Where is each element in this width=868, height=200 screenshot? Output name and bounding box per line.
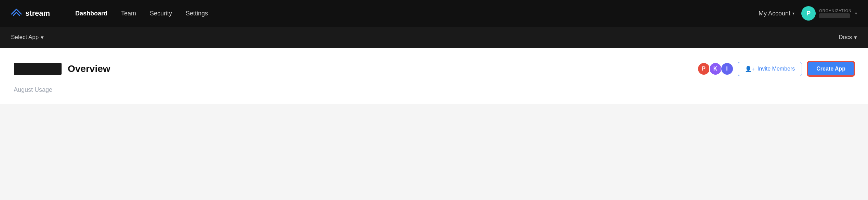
member-avatars: P K I [697,62,732,75]
org-info: ORGANIZATION [819,9,852,18]
invite-members-icon: 👤+ [745,66,755,72]
create-app-button[interactable]: Create App [807,62,854,76]
org-label: ORGANIZATION [819,9,852,13]
docs-chevron-icon: ▾ [854,34,857,41]
nav-links: Dashboard Team Security Settings [75,10,742,17]
invite-members-label: Invite Members [758,66,795,72]
top-navigation: stream Dashboard Team Security Settings … [0,0,868,27]
avatar: P [801,6,816,21]
docs-label: Docs [839,34,852,41]
create-app-label: Create App [816,66,845,72]
overview-row: Overview P K I 👤+ Invite Members Create … [14,62,854,76]
member-avatar-i: I [721,62,734,75]
select-app-chevron-icon: ▾ [41,34,44,41]
nav-right-area: My Account ▾ P ORGANIZATION ▾ [759,6,857,21]
overview-left: Overview [14,63,110,75]
org-chevron-icon: ▾ [855,11,857,16]
logo[interactable]: stream [11,8,59,19]
org-name-block-redacted [14,63,62,75]
nav-team[interactable]: Team [121,10,136,17]
select-app-dropdown[interactable]: Select App ▾ [11,34,44,41]
nav-settings[interactable]: Settings [186,10,208,17]
invite-members-button[interactable]: 👤+ Invite Members [738,62,802,76]
org-selector[interactable]: P ORGANIZATION ▾ [801,6,857,21]
second-bar: Select App ▾ Docs ▾ [0,27,868,48]
stream-logo-icon [11,8,22,19]
docs-dropdown[interactable]: Docs ▾ [839,34,857,41]
overview-title: Overview [68,63,110,74]
my-account-label: My Account [759,10,790,17]
nav-security[interactable]: Security [150,10,172,17]
brand-name: stream [25,9,50,18]
my-account-chevron-icon: ▾ [792,11,794,16]
nav-dashboard[interactable]: Dashboard [75,10,107,17]
overview-right: P K I 👤+ Invite Members Create App [697,62,854,76]
august-usage-label: August Usage [14,86,854,93]
member-avatar-p: P [697,62,710,75]
org-name-redacted [819,13,850,18]
select-app-label: Select App [11,34,39,41]
member-avatar-k: K [709,62,722,75]
main-content: Overview P K I 👤+ Invite Members Create … [0,48,868,104]
my-account-menu[interactable]: My Account ▾ [759,10,794,17]
